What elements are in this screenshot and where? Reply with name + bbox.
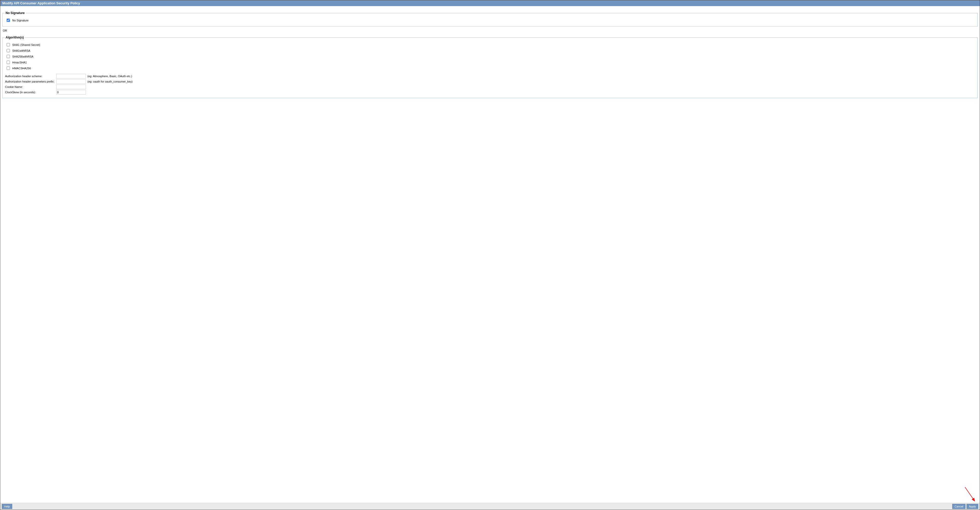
clockskew-row: ClockSkew (in seconds): <box>5 90 975 95</box>
auth-header-scheme-input[interactable] <box>56 74 86 78</box>
auth-header-scheme-row: Authorization header scheme: (eg: Atmosp… <box>5 74 975 78</box>
algorithm-row-sha256withrsa: SHA256withRSA <box>5 54 975 59</box>
algorithm-checkbox-hmacsha1[interactable] <box>6 60 10 64</box>
algorithm-row-sha1withrsa: SHA1withRSA <box>5 48 975 53</box>
algorithm-label-sha1withrsa[interactable]: SHA1withRSA <box>12 49 30 52</box>
algorithm-checkbox-sha1-shared[interactable] <box>6 43 10 46</box>
or-separator: OR <box>2 28 978 33</box>
cookie-name-row: Cookie Name: <box>5 84 975 89</box>
algorithm-checkbox-list: SHA1 (Shared Secret)SHA1withRSASHA256wit… <box>5 42 975 71</box>
auth-header-prefix-input[interactable] <box>56 79 86 84</box>
no-signature-legend: No Signature <box>5 11 26 15</box>
algorithms-legend: Algorithm(s) <box>5 36 25 39</box>
algorithm-row-hmacsha256: HMACSHA256 <box>5 66 975 71</box>
clockskew-input[interactable] <box>56 90 86 95</box>
dialog-title: Modify API Consumer Application Security… <box>0 0 980 6</box>
auth-header-prefix-label: Authorization header parameters prefix: <box>5 80 55 83</box>
no-signature-checkbox[interactable] <box>6 19 10 22</box>
auth-header-prefix-row: Authorization header parameters prefix: … <box>5 79 975 84</box>
no-signature-row: No Signature <box>5 18 975 23</box>
no-signature-group: No Signature No Signature <box>2 11 978 27</box>
algorithm-row-sha1-shared: SHA1 (Shared Secret) <box>5 42 975 47</box>
algorithm-row-hmacsha1: HmacSHA1 <box>5 60 975 65</box>
dialog-window: Modify API Consumer Application Security… <box>0 0 980 510</box>
cookie-name-label: Cookie Name: <box>5 85 55 88</box>
algorithm-checkbox-hmacsha256[interactable] <box>6 67 10 70</box>
algorithm-label-sha1-shared[interactable]: SHA1 (Shared Secret) <box>12 43 40 46</box>
algorithm-label-sha256withrsa[interactable]: SHA256withRSA <box>12 55 33 58</box>
dialog-content: No Signature No Signature OR Algorithm(s… <box>0 6 980 503</box>
cancel-button[interactable]: Cancel <box>952 504 966 509</box>
algorithm-label-hmacsha1[interactable]: HmacSHA1 <box>12 61 27 64</box>
help-button[interactable]: Help <box>2 504 12 509</box>
footer-right: Cancel Apply <box>952 504 978 509</box>
algorithms-group: Algorithm(s) SHA1 (Shared Secret)SHA1wit… <box>2 36 978 98</box>
algorithm-checkbox-sha256withrsa[interactable] <box>6 55 10 58</box>
no-signature-label[interactable]: No Signature <box>12 19 29 22</box>
algorithm-checkbox-sha1withrsa[interactable] <box>6 49 10 52</box>
algorithm-label-hmacsha256[interactable]: HMACSHA256 <box>12 67 31 70</box>
auth-header-scheme-label: Authorization header scheme: <box>5 75 55 78</box>
dialog-footer: Help Cancel Apply <box>0 503 980 510</box>
cookie-name-input[interactable] <box>56 84 86 89</box>
clockskew-label: ClockSkew (in seconds): <box>5 91 55 94</box>
auth-header-prefix-hint: (eg: oauth for oauth_consumer_key) <box>88 80 132 83</box>
apply-button[interactable]: Apply <box>967 504 978 509</box>
auth-header-scheme-hint: (eg: Atmosphere, Basic, OAuth etc.) <box>88 75 132 78</box>
